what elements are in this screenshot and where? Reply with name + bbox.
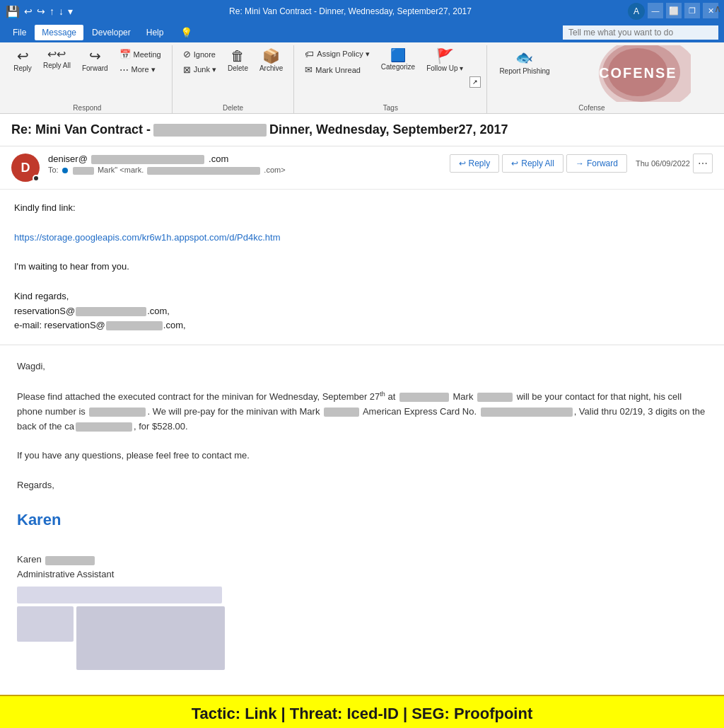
restore-button[interactable]: ❐	[684, 3, 700, 18]
email-more-button[interactable]: ⋯	[693, 154, 713, 173]
assign-policy-icon: 🏷	[305, 49, 314, 59]
mark-unread-label: Mark Unread	[315, 66, 361, 74]
menu-help[interactable]: Help	[139, 25, 171, 40]
subject-redacted	[153, 124, 267, 137]
menu-developer[interactable]: Developer	[85, 25, 138, 40]
undo-icon[interactable]: ↩	[24, 6, 33, 17]
send-up-icon[interactable]: ↑	[49, 6, 54, 17]
meeting-icon: 📅	[119, 49, 131, 59]
customize-icon[interactable]: ▾	[68, 6, 73, 17]
body-greeting: Kindly find link:	[14, 201, 710, 216]
categorize-button[interactable]: 🟦 Categorize	[376, 45, 420, 75]
quoted-para1-mid4: . We will pre-pay for the minivan with M…	[147, 406, 322, 417]
email-subject: Re: Mini Van Contract - Dinner, Wednesda…	[0, 114, 724, 146]
redo-icon[interactable]: ↪	[37, 6, 45, 17]
to-dot	[62, 168, 68, 173]
to-email-suffix: .com>	[264, 166, 285, 174]
to-label: To:	[48, 166, 59, 174]
ribbon-group-delete: ⊘ Ignore ⊠ Junk ▾ 🗑 Delete 📦 Archive	[173, 45, 295, 113]
bottom-threat-bar: Tactic: Link | Threat: Iced-ID | SEG: Pr…	[0, 695, 724, 728]
reply-icon: ↩	[17, 49, 29, 63]
forward-email-button[interactable]: → Forward	[566, 154, 627, 173]
quoted-r1	[399, 393, 449, 402]
cofense-logo-svg: COFENSE	[564, 45, 691, 102]
sig-image-large	[76, 606, 225, 670]
sender-avatar: D	[11, 154, 40, 182]
mark-unread-button[interactable]: ✉ Mark Unread	[300, 62, 374, 77]
ribbon-group-tags: 🏷 Assign Policy ▾ ✉ Mark Unread 🟦 Catego…	[294, 45, 487, 113]
forward-email-label: Forward	[587, 158, 618, 168]
tags-group-label: Tags	[300, 102, 481, 113]
reply-email-button[interactable]: ↩ Reply	[450, 154, 500, 173]
tell-me-input[interactable]	[563, 25, 718, 40]
forward-icon: ↪	[89, 49, 101, 63]
sig-email-prefix: reservationS@	[14, 306, 75, 316]
sig-title: Administrative Assistant	[17, 567, 707, 582]
fish-icon: 🐟	[515, 49, 533, 66]
sig-name-redacted	[45, 556, 95, 565]
profile-icon[interactable]: A	[628, 3, 645, 20]
quoted-r4	[324, 408, 359, 417]
assign-mark-col: 🏷 Assign Policy ▾ ✉ Mark Unread	[300, 45, 374, 77]
lightbulb-icon: 💡	[180, 27, 192, 38]
subject-text-pre: Re: Mini Van Contract -	[11, 122, 151, 137]
sig-name: Karen	[17, 553, 707, 567]
reply-button[interactable]: ↩ Reply	[8, 45, 37, 76]
reply-all-button[interactable]: ↩↩ Reply All	[38, 45, 76, 74]
body-waiting: I'm waiting to hear from you.	[14, 260, 710, 275]
sig-image-row	[17, 606, 707, 670]
sig-email-redacted	[76, 307, 146, 316]
meeting-button[interactable]: 📅 Meeting	[115, 47, 166, 62]
respond-group-label: Respond	[8, 102, 166, 113]
junk-button[interactable]: ⊠ Junk ▾	[178, 62, 221, 77]
archive-icon: 📦	[262, 49, 280, 63]
save-icon[interactable]: 💾	[6, 5, 20, 18]
email-action-area: ↩ Reply ↩ Reply All → Forward Thu 06/09/…	[450, 154, 713, 173]
follow-up-button[interactable]: 🚩 Follow Up ▾	[421, 45, 468, 76]
delete-button[interactable]: 🗑 Delete	[223, 45, 253, 76]
ribbon-group-cofense: 🐟 Report Phishing COFENSE ∧ Cofense	[487, 45, 696, 113]
ignore-button[interactable]: ⊘ Ignore	[178, 47, 221, 62]
junk-label: Junk ▾	[194, 65, 216, 74]
report-phishing-button[interactable]: 🐟 Report Phishing	[493, 45, 556, 79]
ignore-junk-col: ⊘ Ignore ⊠ Junk ▾	[178, 45, 221, 77]
avatar-status-dot	[33, 175, 40, 182]
quoted-para1-mid2: Mark	[450, 391, 476, 402]
respond-items: ↩ Reply ↩↩ Reply All ↪ Forward 📅 Meeting	[8, 45, 166, 102]
body-sig-email2: e-mail: reservationS@.com,	[14, 318, 710, 333]
email-content: Re: Mini Van Contract - Dinner, Wednesda…	[0, 114, 724, 695]
cofense-items: 🐟 Report Phishing COFENSE ∧	[493, 45, 690, 102]
tags-expand-button[interactable]: ↗	[469, 76, 481, 88]
quoted-sup: th	[380, 391, 385, 398]
quoted-para1-end: , for $528.00.	[134, 421, 188, 432]
send-down-icon[interactable]: ↓	[59, 6, 64, 17]
menu-file[interactable]: File	[6, 25, 33, 40]
delete-icon: 🗑	[230, 49, 245, 63]
minimize-button[interactable]: —	[648, 3, 663, 18]
follow-up-icon: 🚩	[436, 49, 454, 63]
more-respond-button[interactable]: ⋯ More ▾	[115, 62, 166, 77]
cofense-group-label: Cofense	[493, 102, 690, 113]
body-link[interactable]: https://storage.googleapis.com/kr6w1h.ap…	[14, 231, 710, 245]
quoted-para1-mid5: American Express Card No.	[361, 406, 479, 417]
sig-email2-prefix: e-mail: reservationS@	[14, 320, 105, 330]
quoted-para1-pre: Please find attached the executed contra…	[17, 391, 380, 402]
quoted-salutation: Wagdi,	[17, 359, 707, 374]
ribbon-collapse-button[interactable]: ∧	[714, 3, 721, 14]
menu-message[interactable]: Message	[35, 25, 83, 40]
reply-all-label: Reply All	[43, 62, 71, 70]
from-prefix: deniser@	[48, 154, 88, 164]
forward-arrow-icon: →	[576, 158, 584, 168]
assign-policy-label: Assign Policy ▾	[317, 50, 369, 59]
forward-button[interactable]: ↪ Forward	[77, 45, 113, 76]
subject-text-rest: Dinner, Wednesday, September27, 2017	[269, 122, 508, 137]
quoted-para2: If you have any questions, please feel f…	[17, 449, 707, 463]
assign-policy-button[interactable]: 🏷 Assign Policy ▾	[300, 47, 374, 62]
more-label: More ▾	[132, 65, 156, 74]
maximize-button[interactable]: ⬜	[666, 3, 682, 18]
quoted-para1: Please find attached the executed contra…	[17, 389, 707, 434]
cofense-logo-area: COFENSE	[564, 45, 691, 102]
reply-all-email-button[interactable]: ↩ Reply All	[502, 154, 564, 173]
forward-label: Forward	[82, 64, 108, 73]
archive-button[interactable]: 📦 Archive	[255, 45, 288, 76]
